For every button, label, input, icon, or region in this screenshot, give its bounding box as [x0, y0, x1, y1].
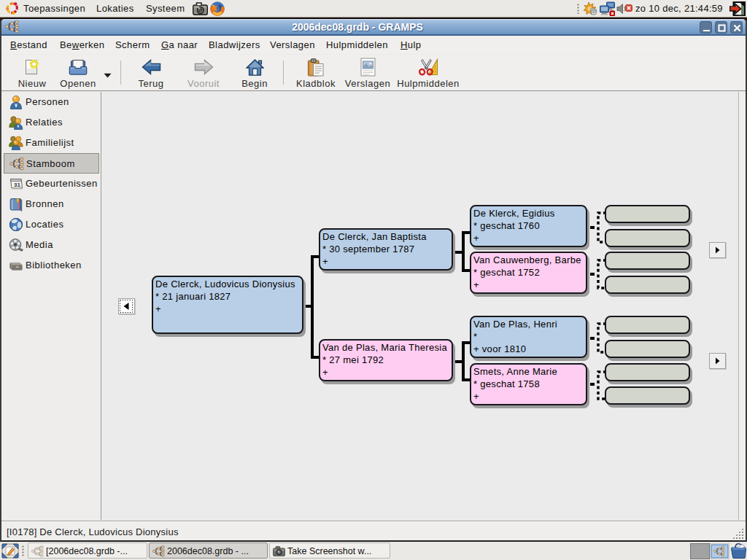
svg-text:31: 31 — [14, 182, 20, 188]
